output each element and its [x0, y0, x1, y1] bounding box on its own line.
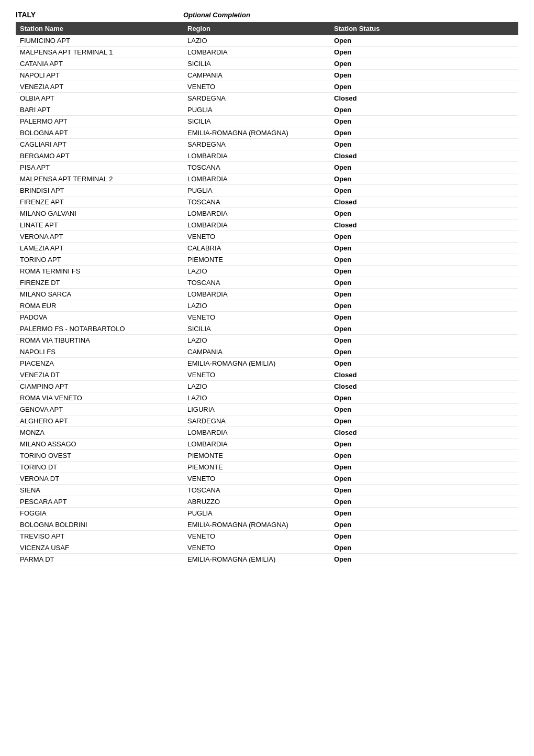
station-status: Open — [334, 175, 418, 183]
station-name: FIRENZE APT — [20, 198, 187, 206]
table-row: PARMA DTEMILIA-ROMAGNA (EMILIA)Open — [16, 554, 518, 565]
station-name: BERGAMO APT — [20, 152, 187, 160]
table-row: MONZALOMBARDIAClosed — [16, 427, 518, 439]
table-row: BARI APTPUGLIAOpen — [16, 104, 518, 116]
station-status: Open — [334, 359, 418, 367]
station-region: LAZIO — [187, 394, 334, 402]
table-row: TORINO APTPIEMONTEOpen — [16, 254, 518, 266]
station-status: Open — [334, 83, 418, 91]
station-name: GENOVA APT — [20, 406, 187, 413]
table-row: VENEZIA DTVENETOClosed — [16, 369, 518, 381]
station-status: Open — [334, 106, 418, 114]
station-status: Open — [334, 117, 418, 125]
station-name: VENEZIA APT — [20, 83, 187, 91]
table-row: NAPOLI APTCAMPANIAOpen — [16, 70, 518, 81]
station-name: BOLOGNA APT — [20, 129, 187, 137]
station-name: ROMA EUR — [20, 302, 187, 310]
station-name: PIACENZA — [20, 359, 187, 367]
station-name: VERONA DT — [20, 475, 187, 483]
optional-completion-label: Optional Completion — [183, 11, 330, 19]
station-name: ROMA VIA TIBURTINA — [20, 336, 187, 344]
station-status: Open — [334, 48, 418, 56]
station-status: Open — [334, 71, 418, 79]
table-row: MILANO SARCALOMBARDIAOpen — [16, 289, 518, 300]
station-region: LAZIO — [187, 302, 334, 310]
table-row: TORINO OVESTPIEMONTEOpen — [16, 450, 518, 462]
table-row: PIACENZAEMILIA-ROMAGNA (EMILIA)Open — [16, 358, 518, 369]
header-station: Station Name — [20, 25, 187, 32]
station-status: Open — [334, 463, 418, 471]
station-name: MALPENSA APT TERMINAL 2 — [20, 175, 187, 183]
station-status: Open — [334, 256, 418, 264]
table-row: PALERMO FS - NOTARBARTOLOSICILIAOpen — [16, 323, 518, 335]
station-region: LOMBARDIA — [187, 429, 334, 436]
table-row: CATANIA APTSICILIAOpen — [16, 58, 518, 70]
station-name: BRINDISI APT — [20, 187, 187, 194]
station-name: MILANO GALVANI — [20, 210, 187, 217]
table-row: CAGLIARI APTSARDEGNAOpen — [16, 139, 518, 150]
station-name: TREVISO APT — [20, 532, 187, 540]
station-status: Open — [334, 406, 418, 413]
table-row: PISA APTTOSCANAOpen — [16, 162, 518, 173]
station-region: LOMBARDIA — [187, 221, 334, 229]
table-row: MALPENSA APT TERMINAL 2LOMBARDIAOpen — [16, 173, 518, 185]
table-row: TREVISO APTVENETOOpen — [16, 531, 518, 542]
station-name: MILANO SARCA — [20, 290, 187, 298]
station-region: LAZIO — [187, 336, 334, 344]
station-name: LINATE APT — [20, 221, 187, 229]
station-name: BARI APT — [20, 106, 187, 114]
station-name: VERONA APT — [20, 233, 187, 240]
station-region: VENETO — [187, 83, 334, 91]
station-name: TORINO APT — [20, 256, 187, 264]
station-region: SARDEGNA — [187, 140, 334, 148]
station-status: Open — [334, 140, 418, 148]
station-status: Closed — [334, 94, 418, 102]
table-row: LINATE APTLOMBARDIAClosed — [16, 220, 518, 231]
station-status: Closed — [334, 198, 418, 206]
station-status: Open — [334, 440, 418, 448]
station-region: SARDEGNA — [187, 417, 334, 425]
station-status: Open — [334, 532, 418, 540]
station-region: CAMPANIA — [187, 71, 334, 79]
station-name: ROMA VIA VENETO — [20, 394, 187, 402]
station-status: Open — [334, 486, 418, 494]
station-region: TOSCANA — [187, 198, 334, 206]
station-name: VENEZIA DT — [20, 371, 187, 379]
station-status: Open — [334, 37, 418, 45]
station-region: SICILIA — [187, 60, 334, 68]
station-name: PADOVA — [20, 313, 187, 321]
station-name: MONZA — [20, 429, 187, 436]
station-status: Closed — [334, 152, 418, 160]
station-status: Open — [334, 417, 418, 425]
station-status: Open — [334, 279, 418, 287]
station-region: PUGLIA — [187, 509, 334, 517]
station-name: TORINO DT — [20, 463, 187, 471]
station-region: PIEMONTE — [187, 452, 334, 459]
table-row: MILANO GALVANILOMBARDIAOpen — [16, 208, 518, 220]
header-region: Region — [187, 25, 334, 32]
table-row: FOGGIAPUGLIAOpen — [16, 508, 518, 519]
station-region: CALABRIA — [187, 244, 334, 252]
station-region: LAZIO — [187, 267, 334, 275]
station-status: Open — [334, 498, 418, 506]
table-row: OLBIA APTSARDEGNAClosed — [16, 93, 518, 104]
station-status: Open — [334, 129, 418, 137]
station-region: TOSCANA — [187, 163, 334, 171]
station-name: PALERMO APT — [20, 117, 187, 125]
station-name: CIAMPINO APT — [20, 382, 187, 390]
table-row: VENEZIA APTVENETOOpen — [16, 81, 518, 93]
station-status: Open — [334, 60, 418, 68]
station-status: Open — [334, 555, 418, 563]
station-region: ABRUZZO — [187, 498, 334, 506]
station-name: NAPOLI FS — [20, 348, 187, 356]
station-status: Open — [334, 394, 418, 402]
station-region: EMILIA-ROMAGNA (ROMAGNA) — [187, 521, 334, 529]
station-status: Open — [334, 336, 418, 344]
station-name: FOGGIA — [20, 509, 187, 517]
station-region: EMILIA-ROMAGNA (EMILIA) — [187, 359, 334, 367]
station-status: Open — [334, 521, 418, 529]
station-region: LOMBARDIA — [187, 175, 334, 183]
station-status: Open — [334, 325, 418, 333]
station-region: CAMPANIA — [187, 348, 334, 356]
station-name: ALGHERO APT — [20, 417, 187, 425]
